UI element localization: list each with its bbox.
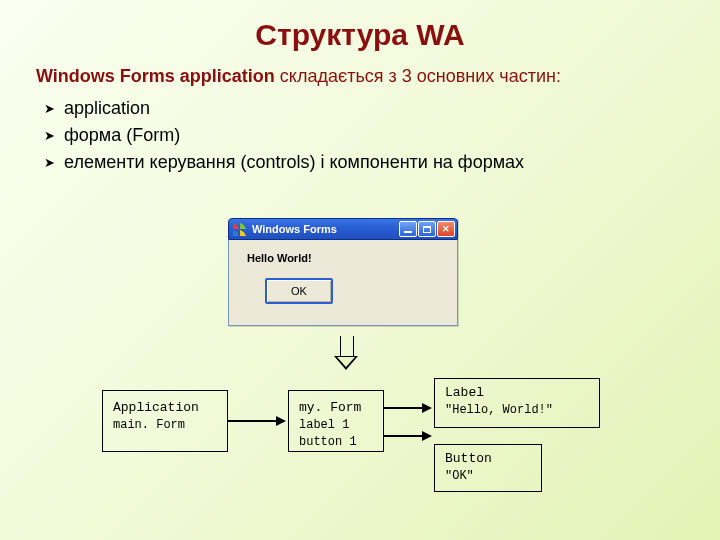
bullet-item: елементи керування (controls) і компонен…	[64, 149, 684, 176]
box-sub: button 1	[299, 434, 373, 451]
box-sub: "OK"	[445, 468, 531, 485]
intro-line: Windows Forms application складається з …	[36, 66, 684, 87]
close-button[interactable]	[437, 221, 455, 237]
box-head: Button	[445, 450, 531, 468]
window-title: Windows Forms	[252, 223, 399, 235]
box-sub: main. Form	[113, 417, 217, 434]
window-controls	[399, 221, 455, 237]
box-sub: "Hello, World!"	[445, 402, 589, 419]
box-head: my. Form	[299, 399, 373, 417]
ok-button[interactable]: OK	[265, 278, 333, 304]
box-sub: label 1	[299, 417, 373, 434]
minimize-button[interactable]	[399, 221, 417, 237]
diagram-box-application: Application main. Form	[102, 390, 228, 452]
winforms-window: Windows Forms Hello World! OK	[228, 218, 458, 326]
bullet-list: application форма (Form) елементи керува…	[64, 95, 684, 176]
window-body: Hello World! OK	[228, 240, 458, 326]
slide: Структура WA Windows Forms application с…	[0, 0, 720, 540]
intro-strong: Windows Forms application	[36, 66, 275, 86]
arrow-down-icon	[336, 336, 356, 372]
intro-rest: складається з 3 основних частин:	[275, 66, 561, 86]
ok-button-label: OK	[291, 285, 307, 297]
hello-label: Hello World!	[247, 252, 445, 264]
diagram-box-button: Button "OK"	[434, 444, 542, 492]
diagram-box-form: my. Form label 1 button 1	[288, 390, 384, 452]
diagram-box-label: Label "Hello, World!"	[434, 378, 600, 428]
bullet-item: форма (Form)	[64, 122, 684, 149]
slide-title: Структура WA	[36, 18, 684, 52]
window-titlebar: Windows Forms	[228, 218, 458, 240]
maximize-button[interactable]	[418, 221, 436, 237]
box-head: Application	[113, 399, 217, 417]
bullet-item: application	[64, 95, 684, 122]
box-head: Label	[445, 384, 589, 402]
windows-logo-icon	[233, 222, 247, 236]
